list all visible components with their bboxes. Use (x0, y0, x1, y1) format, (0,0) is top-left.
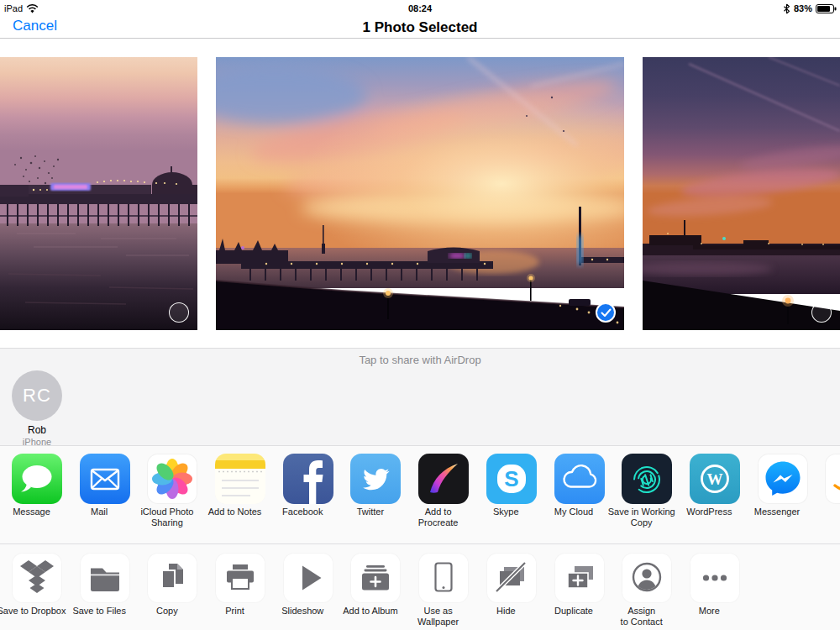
share-app-label: iCloud Photo Sharing (131, 507, 203, 528)
photo-1-image (0, 57, 197, 330)
page-title: 1 Photo Selected (0, 19, 840, 36)
photo-2-image (216, 57, 624, 330)
action-label: Save to Files (63, 606, 135, 617)
action-copy[interactable]: Copy (147, 553, 197, 630)
battery-percent: 83% (794, 3, 812, 13)
share-app-mycloud[interactable]: My Cloud (554, 454, 605, 543)
airdrop-contact-rob[interactable]: RC Rob iPhone (12, 370, 62, 447)
skype-app-icon: S (486, 454, 537, 504)
contact-silhouette-icon (622, 553, 672, 603)
share-app-label: Save in Working Copy (606, 507, 678, 528)
action-save-to-files[interactable]: Save to Files (80, 553, 130, 630)
action-assign-to-contact[interactable]: Assign to Contact (622, 553, 672, 630)
action-duplicate[interactable]: Duplicate (554, 553, 605, 630)
wordpress-app-icon: W (690, 454, 740, 504)
action-label: Hide (470, 606, 542, 617)
action-use-as-wallpaper[interactable]: Use as Wallpaper (418, 553, 469, 630)
airdrop-hint: Tap to share with AirDrop (0, 354, 840, 366)
clock: 08:24 (0, 3, 840, 13)
share-app-label: Mail (63, 507, 135, 517)
battery-icon (816, 4, 837, 13)
share-app-amazon-partial[interactable]: a W (825, 454, 840, 543)
album-plus-icon (350, 553, 401, 603)
facebook-app-icon (283, 454, 333, 504)
photo-strip (0, 39, 840, 348)
more-ellipsis-icon (690, 553, 740, 603)
play-icon (283, 553, 333, 603)
action-label: More (673, 606, 745, 617)
share-app-label: WordPress (673, 507, 745, 517)
action-label: Copy (131, 606, 203, 617)
svg-text:W: W (706, 470, 722, 488)
messenger-app-icon (758, 454, 808, 504)
action-more[interactable]: More (690, 553, 740, 630)
svg-text:S: S (504, 466, 518, 491)
share-app-label: Add to Procreate (402, 507, 475, 528)
photo-thumbnail-1[interactable] (0, 57, 197, 330)
share-app-working-copy[interactable]: Save in Working Copy (622, 454, 672, 543)
checkmark-icon (601, 308, 612, 318)
share-apps-row: Message Mail (0, 445, 840, 543)
action-label: Use as Wallpaper (402, 606, 475, 627)
share-app-mail[interactable]: Mail (80, 454, 130, 543)
dropbox-icon (12, 553, 62, 603)
actions-row: Save to Dropbox Save to Files Copy (0, 543, 840, 630)
action-slideshow[interactable]: Slideshow (283, 553, 333, 630)
airdrop-contact-name: Rob (12, 424, 62, 436)
action-hide[interactable]: Hide (486, 553, 537, 630)
share-app-label: W (809, 507, 840, 517)
printer-icon (215, 553, 265, 603)
action-label: Duplicate (538, 606, 610, 617)
photo-thumbnail-2[interactable] (216, 57, 624, 330)
airdrop-section: Tap to share with AirDrop RC Rob iPhone (0, 348, 840, 445)
action-label: Print (199, 606, 271, 617)
action-label: Slideshow (266, 606, 339, 617)
folder-icon (80, 553, 130, 603)
photo-1-select-circle[interactable] (169, 302, 189, 323)
photo-3-select-circle[interactable] (811, 302, 832, 323)
share-app-label: Skype (470, 507, 542, 517)
mail-app-icon (80, 454, 130, 504)
action-label: Add to Album (334, 606, 407, 617)
notes-app-icon (215, 454, 265, 504)
amazon-app-icon: a (825, 454, 840, 504)
procreate-app-icon (418, 454, 469, 504)
photo-thumbnail-3[interactable] (643, 57, 840, 330)
share-app-label: Facebook (266, 507, 339, 517)
tablet-icon (418, 553, 469, 603)
icloud-photo-sharing-app-icon (147, 454, 197, 504)
action-print[interactable]: Print (215, 553, 265, 630)
duplicate-icon (554, 553, 605, 603)
action-add-to-album[interactable]: Add to Album (350, 553, 401, 630)
share-app-notes[interactable]: Add to Notes (215, 454, 265, 543)
mycloud-app-icon (554, 454, 605, 504)
messages-app-icon (12, 454, 62, 504)
working-copy-app-icon (622, 454, 672, 504)
nav-bar: Cancel 1 Photo Selected (0, 17, 840, 39)
share-app-label: Message (0, 507, 68, 517)
copy-pages-icon (147, 553, 197, 603)
ios-share-sheet-screen: iPad 08:24 83% Cancel 1 Photo Selected (0, 0, 840, 630)
photo-3-image (643, 57, 840, 330)
share-app-label: Add to Notes (199, 507, 271, 517)
share-app-wordpress[interactable]: W WordPress (690, 454, 740, 543)
twitter-app-icon (350, 454, 401, 504)
share-app-label: My Cloud (538, 507, 610, 517)
status-bar: iPad 08:24 83% (0, 0, 840, 17)
share-app-facebook[interactable]: Facebook (283, 454, 333, 543)
action-label: Save to Dropbox (0, 606, 68, 617)
share-app-icloud-photo-sharing[interactable]: iCloud Photo Sharing (147, 454, 197, 543)
action-label: Assign to Contact (606, 606, 678, 627)
action-save-to-dropbox[interactable]: Save to Dropbox (12, 553, 62, 630)
photo-2-selected-check[interactable] (596, 302, 616, 323)
share-app-label: Twitter (334, 507, 407, 517)
share-app-skype[interactable]: S Skype (486, 454, 537, 543)
share-app-message[interactable]: Message (12, 454, 62, 543)
share-app-procreate[interactable]: Add to Procreate (418, 454, 469, 543)
bluetooth-icon (783, 3, 790, 14)
hide-photo-icon (486, 553, 537, 603)
share-app-messenger[interactable]: Messenger (758, 454, 808, 543)
avatar: RC (12, 370, 62, 421)
share-app-label: Messenger (741, 507, 813, 517)
share-app-twitter[interactable]: Twitter (350, 454, 401, 543)
